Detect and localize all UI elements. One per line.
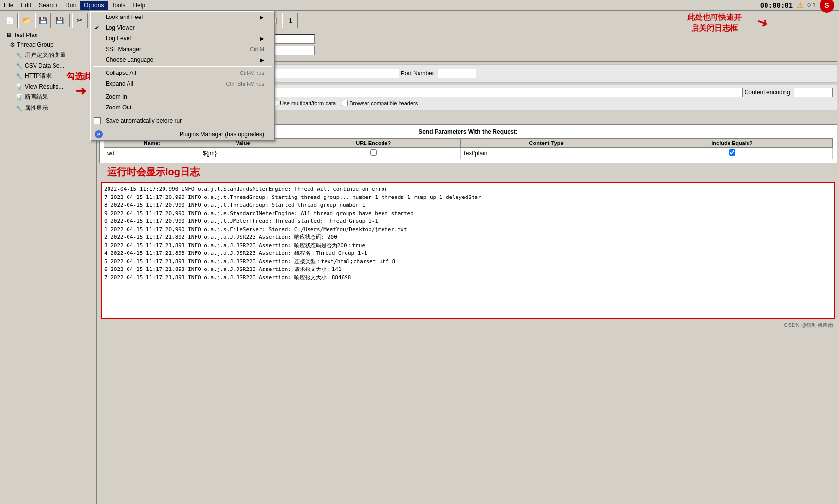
col-urlencode: URL Encode? [286, 139, 460, 148]
csdn-watermark: CSDN @晴时初遇雨 [99, 321, 837, 330]
cell-value: ${jm} [200, 148, 286, 159]
menu-tools[interactable]: Tools [108, 1, 129, 10]
sep-2 [93, 90, 272, 90]
save-button[interactable]: 💾 [35, 13, 51, 28]
info-button[interactable]: ℹ [282, 13, 298, 28]
menu-save-auto[interactable]: Save automatically before run [91, 115, 274, 126]
tree-label-propdisplay: 属性显示 [25, 104, 48, 112]
encoding-input[interactable] [794, 88, 833, 97]
tree-item-propdisplay[interactable]: 🔧 属性显示 [0, 103, 96, 114]
menu-help[interactable]: Help [129, 1, 149, 10]
includeequals-check[interactable] [729, 149, 735, 156]
sep-4 [93, 127, 272, 127]
viewresults-icon: 📊 [16, 83, 23, 90]
assertion-icon: 📊 [16, 94, 23, 101]
multipart-checkbox[interactable]: Use multipart/form-data [272, 100, 336, 106]
log-annotation-container: 运行时会显示log日志 [99, 163, 837, 180]
separator-1 [69, 14, 70, 27]
log-line-6: 2 2022-04-15 11:17:21,892 INFO o.a.j.a.J… [104, 234, 832, 242]
cell-name: wd [104, 148, 200, 159]
menu-choose-language[interactable]: Choose Language ▶ [91, 54, 274, 65]
log-line-2: 8 2022-04-15 11:17:20,990 INFO o.a.j.t.T… [104, 201, 832, 210]
tree-item-viewresults[interactable]: 📊 View Results... [0, 82, 96, 91]
tree-label-testplan: Test Plan [14, 32, 37, 38]
plugins-icon: P [95, 130, 103, 138]
options-dropdown: Look and Feel ▶ ✓ Log Viewer Log Level ▶… [90, 11, 275, 141]
log-line-0: 2022-04-15 11:17:20,990 INFO o.a.j.t.Sta… [104, 185, 832, 194]
new-button[interactable]: 📄 [2, 13, 18, 28]
log-line-8: 4 2022-04-15 11:17:21,893 INFO o.a.j.a.J… [104, 250, 832, 258]
port-input[interactable] [438, 69, 476, 78]
log-line-10: 6 2022-04-15 11:17:21,893 INFO o.a.j.a.J… [104, 266, 832, 274]
run-count: 0 1 [807, 2, 816, 9]
menu-collapse-all[interactable]: Collapse All Ctrl-Minus [91, 68, 274, 78]
menu-ssl-manager[interactable]: SSL Manager Ctrl-M [91, 44, 274, 54]
menu-edit[interactable]: Edit [17, 1, 35, 10]
menu-log-level[interactable]: Log Level ▶ [91, 33, 274, 44]
sep-1 [93, 66, 272, 67]
uservars-icon: 🔧 [16, 52, 23, 59]
look-and-feel-arrow: ▶ [260, 15, 264, 20]
tree-label-uservars: 用户定义的变量 [25, 51, 66, 59]
log-section[interactable]: 2022-04-15 11:17:20,990 INFO o.a.j.t.Sta… [101, 182, 835, 319]
cell-includeequals [632, 148, 832, 159]
browser-headers-check[interactable] [342, 100, 348, 106]
save-as-button[interactable]: 💾 [52, 13, 67, 28]
log-annotation-text: 运行时会显示log日志 [103, 164, 203, 179]
menubar: File Edit Search Run Options Tools Help … [0, 0, 839, 11]
tree-item-csvdata[interactable]: 🔧 CSV Data Se... [0, 61, 96, 71]
col-contenttype: Content-Type [461, 139, 632, 148]
menu-log-viewer[interactable]: ✓ Log Viewer [91, 22, 274, 33]
expand-shortcut: Ctrl+Shift-Minus [226, 81, 264, 87]
menu-zoom-out[interactable]: Zoom Out [91, 102, 274, 113]
log-level-arrow: ▶ [260, 36, 264, 41]
col-includeequals: Include Equals? [632, 139, 832, 148]
cell-urlencode [286, 148, 460, 159]
sep-3 [93, 114, 272, 114]
tree-label-viewresults: View Results... [25, 83, 63, 90]
log-line-3: 9 2022-04-15 11:17:20,990 INFO o.a.j.e.S… [104, 210, 832, 218]
menu-expand-all[interactable]: Expand All Ctrl+Shift-Minus [91, 78, 274, 89]
language-arrow: ▶ [260, 57, 264, 63]
menu-look-and-feel[interactable]: Look and Feel ▶ [91, 12, 274, 22]
tree-item-assertion[interactable]: 📊 断言结果 [0, 91, 96, 103]
collapse-shortcut: Ctrl-Minus [240, 70, 264, 76]
log-line-4: 0 2022-04-15 11:17:20,990 INFO o.a.j.t.J… [104, 217, 832, 226]
log-line-9: 5 2022-04-15 11:17:21,893 INFO o.a.j.a.J… [104, 258, 832, 266]
ssl-shortcut: Ctrl-M [250, 46, 264, 52]
port-label: Port Number: [401, 70, 436, 77]
log-line-5: 1 2022-04-15 11:17:20,990 INFO o.a.j.s.F… [104, 226, 832, 234]
menu-options[interactable]: Options [80, 1, 108, 10]
log-line-7: 3 2022-04-15 11:17:21,893 INFO o.a.j.a.J… [104, 242, 832, 250]
tree-item-threadgroup[interactable]: ⚙ Thread Group [0, 40, 96, 50]
urlencode-check[interactable] [370, 149, 377, 156]
menu-zoom-in[interactable]: Zoom In [91, 91, 274, 102]
cell-contenttype: text/plain [461, 148, 632, 159]
menu-run[interactable]: Run [61, 1, 80, 10]
table-row: wd ${jm} text/plain [104, 148, 833, 159]
save-auto-checkbox [94, 117, 101, 124]
menu-plugins-manager[interactable]: P Plugins Manager (has upgrades) [91, 128, 274, 140]
timer-display: 00:00:01 [760, 1, 793, 9]
encoding-label: Content encoding: [745, 89, 792, 96]
menu-file[interactable]: File [0, 1, 17, 10]
warning-icon: ⚠ [797, 0, 803, 10]
tree-label-httprequest: HTTP请求 [25, 72, 52, 80]
open-button[interactable]: 📂 [18, 13, 34, 28]
jmeter-logo: S [820, 0, 834, 13]
csvdata-icon: 🔧 [16, 62, 23, 69]
log-line-1: 7 2022-04-15 11:17:20,990 INFO o.a.j.t.T… [104, 194, 832, 202]
tree-label-csvdata: CSV Data Se... [25, 62, 64, 69]
tree-item-testplan[interactable]: 🖥 Test Plan [0, 30, 96, 40]
httprequest-icon: 🔧 [16, 73, 23, 80]
menu-search[interactable]: Search [35, 1, 61, 10]
propdisplay-icon: 🔧 [16, 105, 23, 112]
browser-headers-checkbox[interactable]: Browser-compatible headers [342, 100, 418, 106]
tree-item-uservars[interactable]: 🔧 用户定义的变量 [0, 50, 96, 61]
params-table: Name: Value URL Encode? Content-Type Inc… [104, 138, 833, 159]
log-line-11: 7 2022-04-15 11:17:21,893 INFO o.a.j.a.J… [104, 274, 832, 282]
threadgroup-icon: ⚙ [10, 41, 15, 48]
tree-label-assertion: 断言结果 [25, 93, 48, 101]
testplan-icon: 🖥 [6, 32, 12, 38]
cut-button[interactable]: ✂ [72, 13, 88, 28]
